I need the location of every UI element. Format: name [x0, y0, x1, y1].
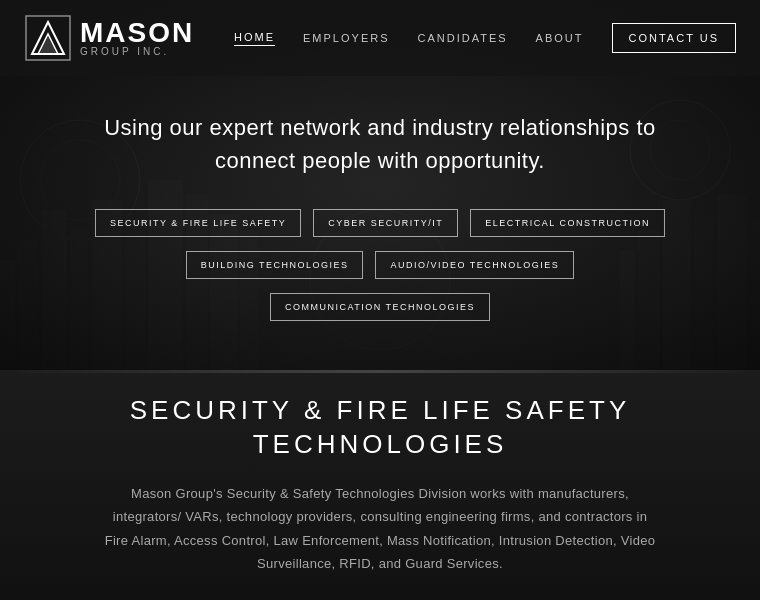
lower-section: SECURITY & FIRE LIFE SAFETY TECHNOLOGIES… — [0, 370, 760, 600]
logo-icon — [24, 14, 72, 62]
tag-audio-video[interactable]: AUDIO/VIDEO TECHNOLOGIES — [375, 251, 574, 279]
tags-row-3: COMMUNICATION TECHNOLOGIES — [80, 293, 680, 321]
logo-sub: GROUP INC. — [80, 47, 194, 57]
tag-cyber-security[interactable]: CYBER SECURITY/IT — [313, 209, 458, 237]
section-title-line2: TECHNOLOGIES — [253, 429, 508, 459]
nav-employers[interactable]: EMPLOYERS — [303, 32, 389, 44]
nav-about[interactable]: ABOUT — [536, 32, 584, 44]
logo[interactable]: MASON GROUP INC. — [24, 14, 194, 62]
tag-communication[interactable]: COMMUNICATION TECHNOLOGIES — [270, 293, 490, 321]
nav-candidates[interactable]: CANDIDATES — [418, 32, 508, 44]
logo-brand: MASON — [80, 19, 194, 47]
section-title: SECURITY & FIRE LIFE SAFETY TECHNOLOGIES — [100, 394, 660, 462]
nav-home[interactable]: HOME — [234, 31, 275, 46]
contact-button[interactable]: CONTACT US — [612, 23, 737, 53]
tag-security-fire[interactable]: SECURITY & FIRE LIFE SAFETY — [95, 209, 301, 237]
nav: HOME EMPLOYERS CANDIDATES ABOUT CONTACT … — [234, 23, 736, 53]
section-title-line1: SECURITY & FIRE LIFE SAFETY — [130, 395, 631, 425]
lower-content: SECURITY & FIRE LIFE SAFETY TECHNOLOGIES… — [100, 394, 660, 575]
header: MASON GROUP INC. HOME EMPLOYERS CANDIDAT… — [0, 0, 760, 76]
hero-tagline: Using our expert network and industry re… — [80, 111, 680, 177]
tags-row-1: SECURITY & FIRE LIFE SAFETY CYBER SECURI… — [80, 209, 680, 237]
section-divider — [0, 370, 760, 373]
section-description: Mason Group's Security & Safety Technolo… — [100, 482, 660, 576]
logo-text: MASON GROUP INC. — [80, 19, 194, 57]
tag-building[interactable]: BUILDING TECHNOLOGIES — [186, 251, 364, 279]
hero-content: Using our expert network and industry re… — [0, 111, 760, 335]
tag-electrical[interactable]: ELECTRICAL CONSTRUCTION — [470, 209, 665, 237]
tags-row-2: BUILDING TECHNOLOGIES AUDIO/VIDEO TECHNO… — [80, 251, 680, 279]
